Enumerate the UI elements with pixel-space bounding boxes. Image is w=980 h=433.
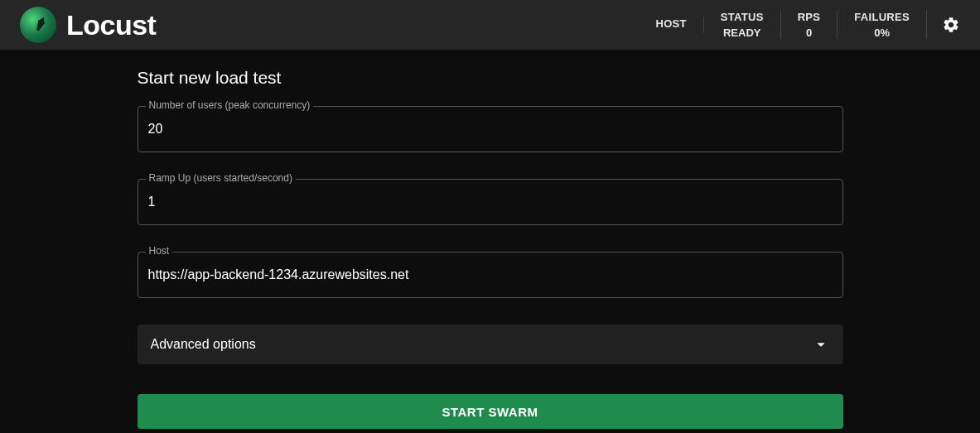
field-label: Ramp Up (users started/second) [146,172,296,184]
stat-value: 0% [854,26,910,39]
page-title: Start new load test [138,68,843,88]
stat-label: HOST [655,17,686,30]
stat-label: FAILURES [854,11,910,23]
stat-label: RPS [798,11,821,23]
stat-label: STATUS [721,11,764,23]
main: Start new load test Number of users (pea… [0,50,980,429]
start-swarm-button[interactable]: START SWARM [138,394,843,429]
field-host: Host [138,252,843,298]
stat-rps: RPS 0 [781,11,838,39]
field-border [138,106,843,152]
field-border [138,179,843,225]
field-users: Number of users (peak concurrency) [138,106,843,152]
chevron-down-icon [812,335,830,354]
stat-value: READY [721,26,764,39]
host-input[interactable] [148,267,833,282]
field-ramp: Ramp Up (users started/second) [138,179,843,225]
header: Locust HOST STATUS READY RPS 0 FAILURES … [0,0,980,50]
advanced-options-label: Advanced options [151,337,256,352]
users-input[interactable] [148,122,833,137]
ramp-input[interactable] [148,195,833,209]
stat-value: 0 [798,26,821,39]
brand-name: Locust [66,9,156,41]
stat-failures: FAILURES 0% [838,11,927,39]
locust-logo-icon [20,7,56,43]
stat-status: STATUS READY [704,11,781,39]
stat-host: HOST [639,17,703,33]
advanced-options-toggle[interactable]: Advanced options [138,325,843,364]
field-label: Number of users (peak concurrency) [146,99,314,111]
brand: Locust [20,7,156,43]
load-test-form: Start new load test Number of users (pea… [138,68,843,429]
header-stats: HOST STATUS READY RPS 0 FAILURES 0% [639,11,960,39]
field-label: Host [146,245,173,257]
settings-button[interactable] [942,16,960,34]
field-border [138,252,843,298]
gear-icon [942,16,960,34]
